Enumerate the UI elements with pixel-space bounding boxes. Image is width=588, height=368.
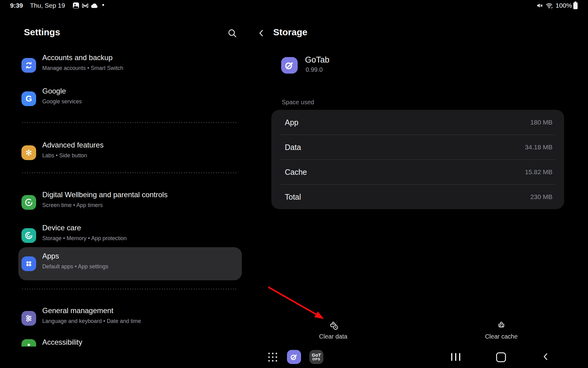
status-bar: 9:39 Thu, Sep 19	[0, 0, 588, 11]
row-label: Data	[285, 143, 301, 151]
back-nav-icon[interactable]	[541, 352, 550, 361]
list-divider	[22, 122, 238, 123]
row-title: Google	[42, 87, 66, 95]
clock: 9:39	[10, 2, 23, 9]
row-subtitle: Storage • Memory • App protection	[42, 235, 127, 242]
row-label: Total	[285, 192, 301, 201]
gmail-notification-icon	[82, 2, 89, 9]
cloud-icon	[91, 2, 99, 9]
gotab-ops-taskbar-icon[interactable]: GoT OPS	[309, 350, 323, 364]
sidebar-item-device-care[interactable]: Device care Storage • Memory • App prote…	[18, 221, 242, 250]
accessibility-icon	[21, 339, 36, 347]
sidebar-item-digital-wellbeing[interactable]: Digital Wellbeing and parental controls …	[18, 188, 242, 217]
row-value: 34.18 MB	[525, 144, 552, 151]
row-subtitle: Screen time • App timers	[42, 202, 103, 209]
clear-cache-button[interactable]: Clear cache	[474, 320, 529, 340]
row-title: Accounts and backup	[42, 53, 113, 62]
row-subtitle: Manage accounts • Smart Switch	[42, 65, 123, 71]
list-divider	[22, 172, 238, 173]
advanced-features-icon: ✻	[21, 145, 36, 160]
wellbeing-icon	[21, 195, 36, 210]
storage-row-total: Total 230 MB	[271, 184, 564, 209]
app-version: 0.99.0	[306, 66, 323, 73]
row-title: Advanced features	[42, 141, 104, 149]
sidebar-item-accessibility[interactable]: Accessibility	[18, 335, 242, 347]
settings-pane: Settings Accounts and backup Manage acco…	[0, 11, 251, 347]
space-used-label: Space used	[282, 99, 314, 106]
sidebar-item-google[interactable]: G Google Google services	[18, 84, 242, 113]
navigation-bar: GoT OPS	[0, 347, 588, 368]
row-title: General management	[42, 306, 113, 315]
settings-title: Settings	[24, 27, 60, 37]
storage-row-data: Data 34.18 MB	[271, 135, 564, 159]
row-value: 180 MB	[530, 119, 552, 126]
sound-muted-icon	[536, 2, 543, 9]
row-subtitle: Default apps • App settings	[42, 263, 108, 270]
battery-percent-label: 100%	[556, 2, 572, 9]
clear-data-icon	[306, 320, 361, 331]
apps-grid-icon	[21, 256, 36, 271]
clear-data-label: Clear data	[306, 333, 361, 340]
clear-data-button[interactable]: Clear data	[306, 320, 361, 340]
more-notifications-dot	[102, 4, 104, 6]
row-value: 230 MB	[530, 193, 552, 201]
gotab-app-icon	[281, 57, 298, 74]
row-title: Accessibility	[42, 338, 82, 347]
sync-icon	[21, 58, 36, 73]
list-divider	[22, 289, 238, 289]
date: Thu, Sep 19	[30, 2, 65, 9]
screen: 9:39 Thu, Sep 19	[0, 0, 588, 368]
search-icon[interactable]	[227, 28, 237, 38]
sidebar-item-accounts-and-backup[interactable]: Accounts and backup Manage accounts • Sm…	[18, 51, 242, 80]
gallery-notification-icon	[73, 2, 79, 9]
storage-row-app: App 180 MB	[271, 110, 564, 135]
home-icon[interactable]	[496, 352, 506, 362]
clear-cache-label: Clear cache	[474, 333, 529, 340]
storage-row-cache: Cache 15.82 MB	[271, 159, 564, 184]
sliders-icon	[21, 311, 36, 326]
row-label: App	[285, 118, 298, 127]
app-drawer-icon[interactable]	[268, 353, 277, 362]
recents-icon[interactable]	[451, 353, 460, 361]
back-icon[interactable]	[257, 29, 266, 37]
sidebar-item-advanced-features[interactable]: ✻ Advanced features Labs • Side button	[18, 138, 242, 167]
wifi-icon	[545, 2, 553, 9]
space-used-card: App 180 MB Data 34.18 MB Cache 15.82 MB …	[271, 110, 564, 209]
row-label: Cache	[285, 167, 307, 176]
ops-label: OPS	[312, 357, 320, 361]
gotab-taskbar-icon[interactable]	[287, 350, 301, 364]
storage-title: Storage	[273, 27, 307, 37]
ops-logo-text: GoT	[312, 353, 321, 357]
battery-icon	[572, 1, 579, 10]
device-care-icon	[21, 228, 36, 243]
row-title: Apps	[42, 252, 59, 260]
row-title: Digital Wellbeing and parental controls	[42, 190, 168, 199]
clear-cache-icon	[474, 320, 529, 331]
app-name: GoTab	[305, 55, 330, 65]
row-subtitle: Language and keyboard • Date and time	[42, 318, 141, 324]
annotation-arrow	[263, 282, 331, 324]
google-g-icon: G	[21, 91, 36, 106]
row-title: Device care	[42, 224, 81, 232]
sidebar-item-apps[interactable]: Apps Default apps • App settings	[18, 249, 242, 278]
row-value: 15.82 MB	[525, 168, 552, 176]
row-subtitle: Labs • Side button	[42, 152, 87, 159]
sidebar-item-general-management[interactable]: General management Language and keyboard…	[18, 304, 242, 333]
row-subtitle: Google services	[42, 98, 82, 105]
